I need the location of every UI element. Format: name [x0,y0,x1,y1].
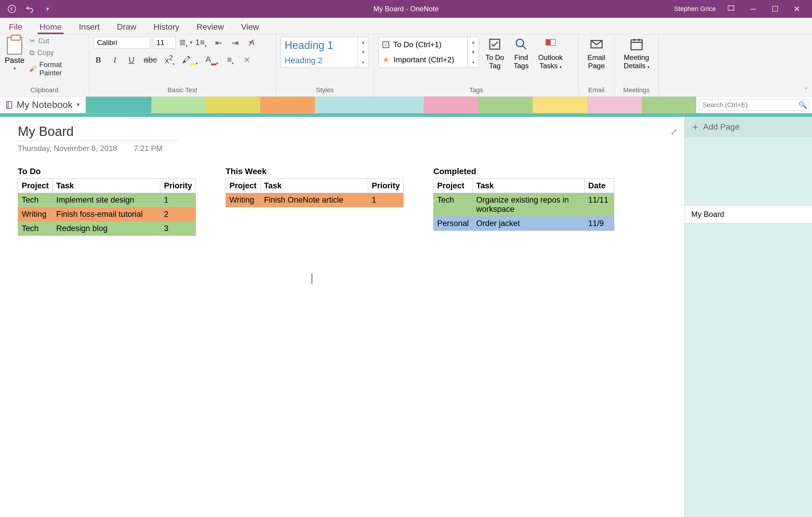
section-tab[interactable] [369,97,424,113]
section-tab[interactable] [478,97,533,113]
col-header[interactable]: Task [472,179,585,193]
italic-button[interactable]: I [110,55,119,65]
numbering-button[interactable]: 1≡▾ [195,38,207,48]
section-tab[interactable] [206,97,260,113]
tab-file[interactable]: File [7,19,24,34]
col-header[interactable]: Project [226,179,261,193]
styles-gallery[interactable]: Heading 1 Heading 2 [281,37,358,68]
tab-draw[interactable]: Draw [115,19,138,34]
tab-view[interactable]: View [239,19,261,34]
outlook-tasks-button[interactable]: Outlook Tasks ▾ [535,37,566,70]
table-cell[interactable]: Writing [18,207,53,221]
notebook-picker[interactable]: My Notebook ▼ [0,97,86,113]
tags-scroll[interactable]: ▲▼▾ [468,37,479,68]
table-cell[interactable]: 2 [160,207,196,221]
qat-customize[interactable]: ▾ [41,3,53,15]
table-cell[interactable]: Tech [18,221,53,236]
col-header[interactable]: Priority [160,179,196,193]
table-cell[interactable]: Writing [226,193,261,207]
table-cell[interactable]: Tech [18,193,53,207]
search-input[interactable] [699,101,797,109]
table-cell[interactable]: 1 [368,193,404,207]
section-tabs[interactable] [86,97,696,113]
format-painter-button[interactable]: 🖌Format Painter [29,61,84,77]
underline-button[interactable]: U [127,55,136,65]
table-cell[interactable]: 11/9 [585,216,614,231]
search-box[interactable]: 🔍 [699,99,809,111]
page-canvas[interactable]: ⤢ My Board Thursday, November 8, 2018 7:… [0,113,685,517]
col-header[interactable]: Priority [368,179,404,193]
undo-button[interactable] [24,3,36,15]
close-button[interactable]: ✕ [790,4,804,13]
tab-review[interactable]: Review [195,19,226,34]
table-todo[interactable]: ProjectTaskPriorityTechImplement site de… [18,179,196,236]
tags-gallery[interactable]: ✓To Do (Ctrl+1) ★Important (Ctrl+2) [379,37,468,68]
todo-tag-button[interactable]: To Do Tag [483,37,507,70]
table-cell[interactable]: 3 [160,221,196,236]
style-heading2[interactable]: Heading 2 [285,56,357,65]
highlight-button[interactable]: 🖍▾ [182,55,198,66]
tab-home[interactable]: Home [38,19,63,34]
table-row[interactable]: TechOrganize existing repos in workspace… [434,193,614,216]
table-cell[interactable]: Personal [434,216,473,231]
section-tab[interactable] [315,97,370,113]
font-family-combo[interactable]: ▼ [94,37,150,49]
indent-button[interactable]: ⇥ [231,38,240,48]
style-heading1[interactable]: Heading 1 [285,39,357,52]
find-tags-button[interactable]: Find Tags [511,37,532,70]
col-header[interactable]: Task [53,179,160,193]
col-header[interactable]: Project [18,179,53,193]
table-cell[interactable]: Finish OneNote article [260,193,368,207]
table-cell[interactable]: Redesign blog [53,221,160,236]
section-tab[interactable] [533,97,587,113]
page-title[interactable]: My Board [18,124,178,141]
account-name[interactable]: Stephen Grice [674,5,716,13]
section-tab[interactable] [587,97,642,113]
tag-important[interactable]: ★Important (Ctrl+2) [382,55,467,64]
add-page-button[interactable]: ＋ Add Page [685,117,812,137]
table-row[interactable]: TechRedesign blog3 [18,221,196,236]
table-row[interactable]: TechImplement site design1 [18,193,196,207]
font-size-combo[interactable]: ▼ [153,37,176,49]
section-tab[interactable] [86,97,151,113]
back-button[interactable] [6,3,18,15]
page-list-item[interactable]: My Board [685,205,812,223]
delete-button[interactable]: ✕ [242,55,251,65]
minimize-button[interactable]: ─ [746,4,760,13]
table-cell[interactable]: Organize existing repos in workspace [472,193,585,216]
table-done[interactable]: ProjectTaskDateTechOrganize existing rep… [433,179,614,231]
table-row[interactable]: WritingFinish OneNote article1 [226,193,404,207]
table-row[interactable]: WritingFinish foss-email tutorial2 [18,207,196,221]
tab-history[interactable]: History [152,19,181,34]
bold-button[interactable]: B [94,55,103,65]
email-page-button[interactable]: Email Page [583,37,609,70]
col-header[interactable]: Project [434,179,473,193]
meeting-details-button[interactable]: Meeting Details ▾ [619,37,654,70]
table-cell[interactable]: Order jacket [472,216,585,231]
section-tab[interactable] [642,97,696,113]
styles-scroll[interactable]: ▲▼▾ [358,37,369,68]
table-row[interactable]: PersonalOrder jacket11/9 [434,216,614,231]
clear-format-button[interactable]: A̸ [248,38,256,48]
strike-button[interactable]: abc [144,55,157,65]
collapse-ribbon-button[interactable]: ˄ [805,87,808,95]
paste-button[interactable]: Paste ▼ [5,37,25,77]
maximize-button[interactable]: ☐ [768,4,782,13]
table-cell[interactable]: Implement site design [53,193,160,207]
section-tab[interactable] [424,97,478,113]
section-tab[interactable] [151,97,206,113]
expand-button[interactable]: ⤢ [670,127,677,137]
table-cell[interactable]: 11/11 [585,193,614,216]
table-cell[interactable]: Finish foss-email tutorial [53,207,160,221]
superscript-button[interactable]: x2▾ [165,54,175,66]
font-color-button[interactable]: A▾ [205,55,218,65]
outdent-button[interactable]: ⇤ [214,38,223,48]
ribbon-display-button[interactable] [724,4,738,14]
tag-todo[interactable]: ✓To Do (Ctrl+1) [382,40,467,49]
col-header[interactable]: Task [260,179,368,193]
col-header[interactable]: Date [585,179,614,193]
section-tab[interactable] [260,97,315,113]
tab-insert[interactable]: Insert [77,19,102,34]
table-cell[interactable]: 1 [160,193,196,207]
cut-button[interactable]: ✂Cut [29,37,84,45]
